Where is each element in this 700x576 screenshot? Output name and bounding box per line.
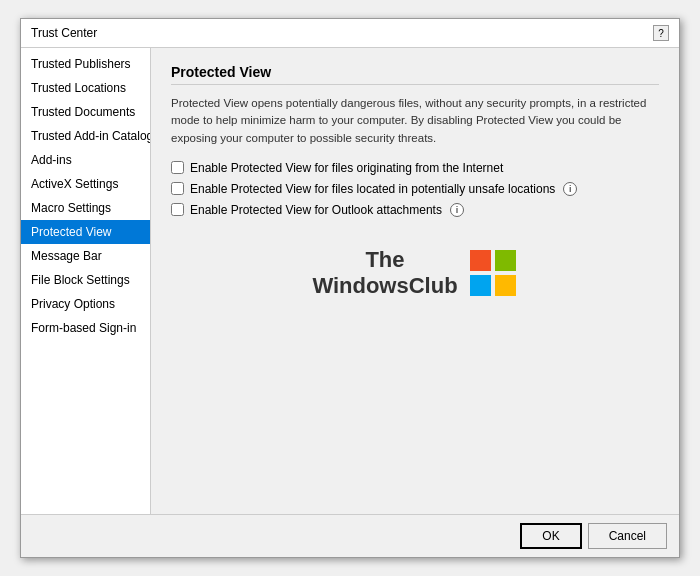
cancel-button[interactable]: Cancel xyxy=(588,523,667,549)
sidebar-item-trusted-publishers[interactable]: Trusted Publishers xyxy=(21,52,150,76)
sidebar-item-form-based-sign-in[interactable]: Form-based Sign-in xyxy=(21,316,150,340)
checkbox-row-unsafe: Enable Protected View for files located … xyxy=(171,182,659,196)
main-content: Protected View Protected View opens pote… xyxy=(151,48,679,514)
section-title: Protected View xyxy=(171,64,659,85)
svg-rect-0 xyxy=(470,250,491,271)
logo-container: The WindowsClub xyxy=(312,247,517,299)
logo-the-text: The xyxy=(312,247,457,273)
svg-rect-3 xyxy=(495,275,516,296)
checkbox-internet-label: Enable Protected View for files originat… xyxy=(190,161,503,175)
sidebar-item-trusted-add-in-catalogs[interactable]: Trusted Add-in Catalogs xyxy=(21,124,150,148)
checkbox-row-internet: Enable Protected View for files originat… xyxy=(171,161,659,175)
info-icon-unsafe[interactable]: i xyxy=(563,182,577,196)
checkbox-unsafe-locations[interactable] xyxy=(171,182,184,195)
ok-button[interactable]: OK xyxy=(520,523,581,549)
sidebar-item-add-ins[interactable]: Add-ins xyxy=(21,148,150,172)
logo-text: The WindowsClub xyxy=(312,247,457,299)
sidebar-item-message-bar[interactable]: Message Bar xyxy=(21,244,150,268)
checkbox-unsafe-label: Enable Protected View for files located … xyxy=(190,182,555,196)
sidebar-item-trusted-documents[interactable]: Trusted Documents xyxy=(21,100,150,124)
dialog-body: Trusted PublishersTrusted LocationsTrust… xyxy=(21,48,679,514)
trust-center-dialog: Trust Center ? Trusted PublishersTrusted… xyxy=(20,18,680,558)
title-bar-controls: ? xyxy=(653,25,669,41)
dialog-title: Trust Center xyxy=(31,26,97,40)
checkbox-outlook-label: Enable Protected View for Outlook attach… xyxy=(190,203,442,217)
sidebar-item-macro-settings[interactable]: Macro Settings xyxy=(21,196,150,220)
sidebar-item-trusted-locations[interactable]: Trusted Locations xyxy=(21,76,150,100)
logo-area: The WindowsClub xyxy=(171,247,659,299)
windows-logo-icon xyxy=(468,248,518,298)
sidebar-item-activex-settings[interactable]: ActiveX Settings xyxy=(21,172,150,196)
checkbox-internet[interactable] xyxy=(171,161,184,174)
svg-rect-2 xyxy=(470,275,491,296)
info-icon-outlook[interactable]: i xyxy=(450,203,464,217)
sidebar-item-file-block-settings[interactable]: File Block Settings xyxy=(21,268,150,292)
checkbox-outlook[interactable] xyxy=(171,203,184,216)
help-button[interactable]: ? xyxy=(653,25,669,41)
sidebar: Trusted PublishersTrusted LocationsTrust… xyxy=(21,48,151,514)
svg-rect-1 xyxy=(495,250,516,271)
dialog-footer: OK Cancel xyxy=(21,514,679,557)
logo-brand-text: WindowsClub xyxy=(312,273,457,299)
sidebar-item-privacy-options[interactable]: Privacy Options xyxy=(21,292,150,316)
sidebar-item-protected-view[interactable]: Protected View xyxy=(21,220,150,244)
description-text: Protected View opens potentially dangero… xyxy=(171,95,659,147)
checkbox-row-outlook: Enable Protected View for Outlook attach… xyxy=(171,203,659,217)
title-bar: Trust Center ? xyxy=(21,19,679,48)
